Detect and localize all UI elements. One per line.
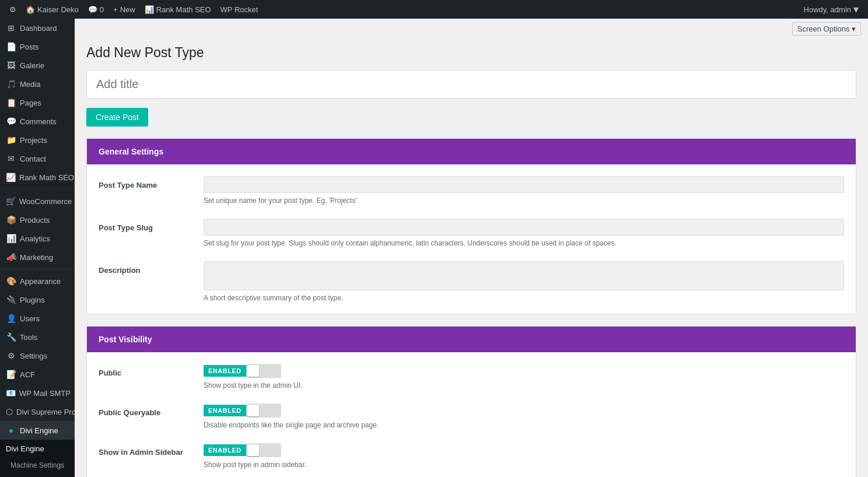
galerie-icon: 🖼 (6, 61, 16, 70)
sidebar-item-acf[interactable]: 📝 ACF (0, 365, 75, 384)
show-in-admin-sidebar-toggle[interactable]: ENABLED (204, 443, 281, 457)
admin-bar-comments[interactable]: 💬 0 (83, 0, 108, 19)
public-toggle[interactable]: ENABLED (204, 364, 281, 378)
admin-bar-rank-math[interactable]: 📊 Rank Math SEO (140, 0, 216, 19)
sidebar-item-divi-engine[interactable]: ● Divi Engine (0, 421, 75, 440)
screen-options-button[interactable]: Screen Options ▾ (792, 22, 861, 36)
appearance-icon: 🎨 (6, 276, 16, 286)
sidebar-item-contact[interactable]: ✉ Contact (0, 149, 75, 168)
contact-icon: ✉ (6, 154, 16, 163)
comments-icon: 💬 (88, 5, 97, 14)
public-queryable-toggle[interactable]: ENABLED (204, 404, 281, 418)
rank-math-icon: 📊 (145, 5, 154, 14)
admin-bar-site-name[interactable]: 🏠 Kaiser Deko (21, 0, 83, 19)
general-settings-header: General Settings (87, 139, 856, 164)
title-input[interactable] (86, 70, 856, 99)
post-type-name-row: Post Type Name Set unique name for your … (99, 176, 844, 205)
show-in-admin-sidebar-help: Show post type in admin sidebar. (204, 461, 844, 469)
post-type-name-help: Set unique name for your post type. Eg. … (204, 197, 844, 205)
page-title: Add New Post Type (86, 45, 856, 61)
sidebar-item-marketing[interactable]: 📣 Marketing (0, 248, 75, 266)
public-help: Show post type in the admin UI. (204, 381, 844, 390)
public-toggle-row: Public ENABLED Show post type in the adm… (99, 364, 844, 390)
show-in-admin-sidebar-field: ENABLED Show post type in admin sidebar. (204, 443, 844, 469)
sidebar-divider-1 (0, 189, 75, 190)
sidebar-item-pages[interactable]: 📋 Pages (0, 93, 75, 112)
sidebar-item-media[interactable]: 🎵 Media (0, 75, 75, 93)
analytics-icon: 📊 (6, 234, 16, 243)
public-thumb (247, 365, 259, 377)
create-post-button[interactable]: Create Post (86, 108, 148, 127)
post-visibility-body: Public ENABLED Show post type in the adm… (87, 352, 856, 477)
description-help: A short descriptive summary of the post … (204, 294, 844, 302)
pages-icon: 📋 (6, 98, 16, 107)
products-icon: 📦 (6, 215, 16, 225)
sidebar-item-tools[interactable]: 🔧 Tools (0, 328, 75, 346)
sidebar-item-woocommerce[interactable]: 🛒 WooCommerce (0, 192, 75, 211)
public-queryable-help: Disable endpoints like the single page a… (204, 421, 844, 429)
sidebar-subitem-machine-settings[interactable]: Machine Settings (0, 458, 75, 473)
home-icon: 🏠 (26, 5, 35, 14)
post-type-slug-row: Post Type Slug Set slug for your post ty… (99, 219, 844, 247)
sidebar-subitem-bodcommerce[interactable]: BodyCommerce (0, 473, 75, 477)
public-queryable-toggle-row: Public Queryable ENABLED Disable endpoin… (99, 404, 844, 429)
sidebar-item-rank-math[interactable]: 📈 Rank Math SEO (0, 168, 75, 187)
plugins-icon: 🔌 (6, 295, 16, 304)
admin-bar-wp-logo[interactable]: ⚙ (5, 0, 21, 19)
posts-icon: 📄 (6, 42, 16, 51)
general-settings-panel: General Settings Post Type Name Set uniq… (86, 138, 856, 314)
dashboard-icon: ⊞ (6, 23, 16, 33)
sidebar-item-products[interactable]: 📦 Products (0, 211, 75, 229)
show-in-admin-sidebar-label: Show in Admin Sidebar (99, 443, 204, 457)
user-avatar: ▾ (853, 3, 859, 16)
sidebar-item-comments[interactable]: 💬 Comments (0, 112, 75, 131)
general-settings-body: Post Type Name Set unique name for your … (87, 164, 856, 314)
divi-supreme-icon: ⬡ (6, 407, 13, 416)
show-in-admin-sidebar-track (246, 443, 281, 457)
sidebar-item-settings[interactable]: ⚙ Settings (0, 346, 75, 365)
admin-bar-wp-rocket[interactable]: WP Rocket (216, 0, 263, 19)
show-in-admin-sidebar-enabled-label: ENABLED (204, 444, 246, 456)
sidebar-item-plugins[interactable]: 🔌 Plugins (0, 290, 75, 309)
admin-bar-user: Howdy, admin ▾ (804, 3, 863, 16)
acf-icon: 📝 (6, 370, 16, 379)
show-in-admin-sidebar-thumb (247, 444, 259, 456)
comments-sidebar-icon: 💬 (6, 117, 16, 126)
admin-bar-new[interactable]: + New (108, 0, 140, 19)
description-row: Description A short descriptive summary … (99, 261, 844, 302)
post-type-name-field: Set unique name for your post type. Eg. … (204, 176, 844, 205)
sidebar: ⊞ Dashboard 📄 Posts 🖼 Galerie 🎵 Media 📋 … (0, 19, 75, 477)
sidebar-item-galerie[interactable]: 🖼 Galerie (0, 56, 75, 75)
post-type-name-input[interactable] (204, 176, 844, 193)
users-icon: 👤 (6, 314, 16, 323)
marketing-icon: 📣 (6, 252, 16, 262)
tools-icon: 🔧 (6, 332, 16, 342)
wp-mail-smtp-icon: 📧 (6, 388, 16, 398)
woocommerce-icon: 🛒 (6, 197, 16, 206)
sidebar-submenu-header[interactable]: Divi Engine (0, 440, 75, 458)
main-content: Screen Options ▾ Add New Post Type Creat… (75, 19, 868, 477)
public-queryable-field: ENABLED Disable endpoints like the singl… (204, 404, 844, 429)
rank-math-sidebar-icon: 📈 (6, 173, 16, 182)
description-input[interactable] (204, 261, 844, 290)
sidebar-item-appearance[interactable]: 🎨 Appearance (0, 272, 75, 290)
post-type-slug-help: Set slug for your post type. Slugs shoul… (204, 239, 844, 247)
sidebar-item-divi-supreme-pro[interactable]: ⬡ Divi Supreme Pro (0, 402, 75, 421)
public-track (246, 364, 281, 378)
public-field: ENABLED Show post type in the admin UI. (204, 364, 844, 390)
show-in-admin-sidebar-toggle-row: Show in Admin Sidebar ENABLED Show post … (99, 443, 844, 469)
sidebar-item-users[interactable]: 👤 Users (0, 309, 75, 328)
sidebar-item-projects[interactable]: 📁 Projects (0, 131, 75, 149)
plus-icon: + (113, 5, 118, 14)
sidebar-item-analytics[interactable]: 📊 Analytics (0, 229, 75, 248)
settings-icon: ⚙ (6, 351, 16, 360)
sidebar-item-posts[interactable]: 📄 Posts (0, 37, 75, 56)
sidebar-item-dashboard[interactable]: ⊞ Dashboard (0, 19, 75, 37)
post-visibility-panel: Post Visibility Public ENABLED (86, 326, 856, 477)
post-type-slug-input[interactable] (204, 219, 844, 236)
sidebar-item-wp-mail-smtp[interactable]: 📧 WP Mail SMTP (0, 384, 75, 402)
public-queryable-thumb (247, 405, 259, 416)
post-visibility-header: Post Visibility (87, 327, 856, 352)
post-type-name-label: Post Type Name (99, 176, 204, 190)
admin-bar: ⚙ 🏠 Kaiser Deko 💬 0 + New 📊 Rank Math SE… (0, 0, 868, 19)
